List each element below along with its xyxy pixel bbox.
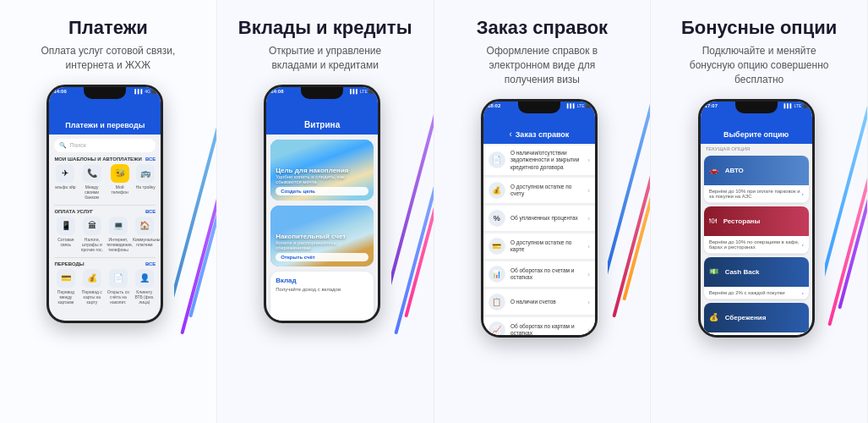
list-text: О наличии/отсутствии задолженности и зак…: [510, 150, 582, 171]
phone-notch: [301, 87, 343, 99]
section2-label: ОПЛАТА УСЛУГ ВСЕ: [54, 209, 156, 214]
icon-circle: 🏠: [135, 217, 154, 235]
option-header: 🍽 Рестораны: [704, 206, 809, 236]
accent-line: [394, 89, 434, 335]
savings-goal-card: Цель для накопления Удобно копить и след…: [270, 140, 374, 201]
option-title: Сбережения: [725, 314, 804, 321]
phone-mockup-bonus: 17:07 ▌▌▌ LTE ⬛ Выберите опцию ТЕКУЩАЯ О…: [698, 99, 815, 338]
status-icons: ▌▌▌ 4G ⬛: [134, 89, 156, 94]
panel-bonus: Бонусные опции Подключайте и меняйте бон…: [651, 0, 868, 423]
option-header: 🚗 АВТО: [704, 156, 809, 185]
list-item[interactable]: 📄 О наличии/отсутствии задолженности и з…: [483, 146, 595, 176]
accent-line: [827, 80, 867, 327]
icon-circle: 💰: [83, 269, 101, 288]
screen-title: Заказ справок: [516, 130, 570, 139]
icon-item: 💳 Перевод между картами: [54, 269, 78, 305]
icon-circle: 💳: [57, 269, 75, 288]
savings-icon: 💰: [709, 313, 718, 321]
phone-mockup-certificates: 18:02 ▌▌▌ LTE ⬛ ‹ Заказ справок 📄 О нали…: [481, 99, 598, 338]
section3-label: ПЕРЕВОДЫ ВСЕ: [54, 261, 156, 266]
divider: [54, 205, 156, 206]
phone-bonus: 17:07 ▌▌▌ LTE ⬛ Выберите опцию ТЕКУЩАЯ О…: [698, 99, 821, 344]
option-title: АВТО: [725, 167, 804, 174]
card-title: Накопительный счет: [276, 233, 368, 240]
screen-title: Платежи и переводы: [56, 121, 154, 129]
option-card-auto[interactable]: 🚗 АВТО Вернём до 10% при оплате парковок…: [704, 156, 809, 203]
card-title: Цель для накопления: [276, 167, 368, 174]
status-icons: ▌▌▌ LTE ⬛: [783, 103, 807, 108]
phone-notch: [84, 87, 126, 99]
status-time: 17:07: [705, 103, 718, 108]
list-item[interactable]: % Об уплаченных процентах ›: [483, 206, 595, 232]
chevron-icon: ›: [587, 243, 590, 250]
section2-icons: 📱 Сотовая связь 🏛 Налоги, штрафы и прочи…: [49, 217, 161, 252]
list-text: Об оборотах по счетам и остатках: [510, 267, 582, 282]
icon-circle: 🏛: [83, 217, 101, 235]
back-icon[interactable]: ‹: [509, 129, 511, 139]
icon-circle: 📱: [57, 217, 75, 235]
card-subtitle: Получайте доход с вкладов: [276, 287, 368, 292]
list-item[interactable]: 💰 О доступном остатке по счету ›: [483, 178, 595, 204]
divider: [54, 257, 156, 258]
option-card-restaurants[interactable]: 🍽 Рестораны Вернём до 10% по операциям в…: [704, 206, 809, 254]
savings-account-card: Накопительный счет Копите и распоряжайте…: [270, 206, 374, 266]
accent-line: [612, 72, 650, 318]
panel-payments: Платежи Оплата услуг сотовой связи, инте…: [0, 0, 217, 423]
card-subtitle: Удобно копить и следить, как сбываются м…: [276, 174, 368, 184]
screen-title: Выберите опцию: [723, 130, 789, 139]
status-icons: ▌▌▌ LTE ⬛: [350, 89, 374, 94]
open-account-button[interactable]: Открыть счёт: [276, 253, 368, 261]
accent-line: [838, 63, 867, 310]
icon-circle: 📄: [109, 269, 128, 288]
chevron-icon: ›: [587, 187, 590, 195]
icon-item: ✈ альфа эйр: [55, 164, 76, 200]
icon-circle: 💻: [109, 217, 128, 235]
accent-line: [180, 89, 216, 335]
search-icon: 🔍: [59, 142, 67, 149]
chevron-icon: ›: [587, 327, 590, 334]
panel-deposits-title: Вклады и кредиты: [238, 17, 412, 39]
status-time: 14:06: [53, 89, 66, 94]
icon-item: 📱 Сотовая связь: [54, 217, 78, 252]
option-header: 💵 Cash Back: [704, 257, 809, 287]
icon-circle: ✈: [56, 164, 74, 183]
list-item[interactable]: 📈 Об оборотах по картам и остатках ›: [483, 317, 595, 335]
list-item[interactable]: 📋 О наличии счетов ›: [483, 289, 595, 316]
section3-icons: 💳 Перевод между картами 💰 Перевод с карт…: [49, 269, 161, 305]
accent-line: [174, 55, 216, 301]
list-item[interactable]: 💳 О доступном остатке по карте ›: [483, 233, 595, 260]
accent-line: [622, 55, 650, 301]
phone-screen-bonus: 17:07 ▌▌▌ LTE ⬛ Выберите опцию ТЕКУЩАЯ О…: [701, 102, 812, 335]
restaurant-icon: 🍽: [709, 217, 717, 225]
create-goal-button[interactable]: Создать цель: [276, 187, 368, 195]
list-text: О доступном остатке по карте: [510, 239, 582, 254]
panel-payments-title: Платежи: [68, 17, 148, 39]
icon-circle: 🐝: [111, 164, 129, 183]
phone-screen-deposits: 14:08 ▌▌▌ LTE ⬛ Витрина Цель для накопле…: [266, 87, 378, 321]
list-icon: 📈: [489, 321, 505, 335]
list-icon: 📄: [489, 151, 505, 168]
section1-label: МОИ ШАБЛОНЫ И АВТОПЛАТЕЖИ ВСЕ: [54, 157, 156, 162]
list-text: О наличии счетов: [510, 299, 582, 305]
list-icon: 📊: [489, 266, 505, 283]
status-icons: ▌▌▌ LTE ⬛: [567, 103, 591, 108]
car-icon: 🚗: [709, 166, 718, 174]
section-label: ТЕКУЩАЯ ОПЦИЯ: [701, 144, 812, 154]
phone-screen-certificates: 18:02 ▌▌▌ LTE ⬛ ‹ Заказ справок 📄 О нали…: [483, 102, 595, 335]
option-title: Cash Back: [725, 268, 804, 276]
icon-circle: 👤: [135, 269, 154, 288]
search-bar[interactable]: 🔍 Поиск: [54, 139, 156, 152]
option-card-cashback[interactable]: 💵 Cash Back Вернём до 2% с каждой покупк…: [704, 257, 809, 299]
icon-item: 🐝 Мой телефон: [108, 164, 132, 200]
chevron-icon: ›: [802, 242, 804, 247]
search-placeholder: Поиск: [69, 142, 85, 148]
list-icon: 💰: [489, 182, 505, 199]
option-body: Получайте доход на остаток по карте ›: [704, 332, 809, 335]
list-item[interactable]: 📊 Об оборотах по счетам и остатках ›: [483, 261, 595, 288]
option-card-savings[interactable]: 💰 Сбережения Получайте доход на остаток …: [704, 303, 809, 335]
icon-item: 🏠 Коммунальные платежи: [133, 217, 156, 252]
panel-payments-subtitle: Оплата услуг сотовой связи, интернета и …: [32, 44, 184, 73]
status-time: 14:08: [270, 89, 283, 94]
list-text: О доступном остатке по счету: [510, 184, 582, 198]
icon-item: 🚌 На тройку: [136, 164, 156, 200]
